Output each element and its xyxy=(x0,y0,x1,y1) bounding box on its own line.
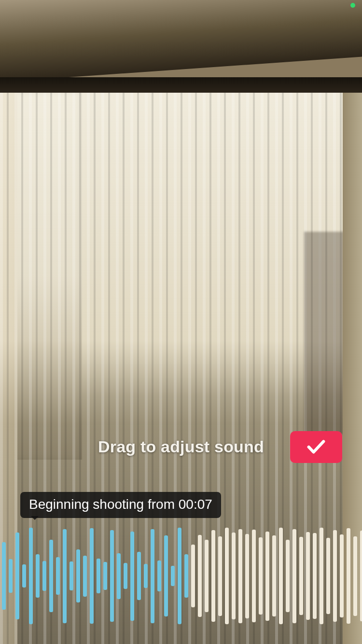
waveform-bar-active xyxy=(110,530,114,622)
recording-indicator-dot xyxy=(350,3,355,8)
waveform-bar-inactive xyxy=(299,537,303,615)
waveform-bar-inactive xyxy=(218,536,222,616)
waveform-bar-inactive xyxy=(360,531,362,621)
waveform-bar-inactive xyxy=(340,534,344,617)
waveform-bar-active xyxy=(83,556,87,597)
waveform-bar-inactive xyxy=(279,528,283,624)
waveform-bar-active xyxy=(130,532,134,621)
waveform-bar-active xyxy=(97,559,100,593)
waveform-bar-active xyxy=(56,557,60,595)
waveform-bar-active xyxy=(137,552,141,600)
waveform-bar-active xyxy=(36,554,40,598)
waveform-bar-active xyxy=(90,528,94,624)
waveform-bar-inactive xyxy=(333,530,337,622)
waveform-bar-inactive xyxy=(232,532,236,619)
waveform-bar-active xyxy=(76,549,80,602)
waveform-bar-inactive xyxy=(272,535,276,616)
waveform-bar-active xyxy=(103,562,107,590)
waveform-bar-active xyxy=(9,559,13,593)
start-time-tooltip: Beginning shooting from 00:07 xyxy=(20,492,221,518)
waveform-bar-inactive xyxy=(205,540,209,612)
waveform-bar-inactive xyxy=(265,532,269,621)
waveform-bar-active xyxy=(63,529,67,623)
waveform-bar-active xyxy=(2,542,6,610)
waveform-bar-active xyxy=(42,561,46,591)
waveform-bar-active xyxy=(49,540,53,612)
waveform-bar-inactive xyxy=(306,532,310,620)
waveform-bar-inactive xyxy=(320,528,323,624)
waveform-bar-active xyxy=(144,564,148,588)
waveform-bar-active xyxy=(157,560,161,591)
waveform-bar-active xyxy=(117,553,121,599)
waveform-bar-inactive xyxy=(198,535,202,617)
waveform-bar-active xyxy=(151,529,154,623)
check-icon xyxy=(305,435,327,459)
waveform-bar-inactive xyxy=(313,533,317,619)
waveform-bar-active xyxy=(164,535,168,616)
waveform-bar-active xyxy=(171,566,175,586)
waveform-bar-inactive xyxy=(225,528,229,624)
waveform-bar-inactive xyxy=(211,530,215,622)
confirm-button[interactable] xyxy=(290,431,342,463)
waveform-bar-inactive xyxy=(259,537,263,615)
waveform-bar-inactive xyxy=(326,538,330,614)
waveform-bar-inactive xyxy=(238,529,242,623)
waveform-bar-inactive xyxy=(252,530,256,622)
waveform-bar-active xyxy=(178,528,181,624)
waveform-bar-inactive xyxy=(347,528,350,624)
camera-preview: Drag to adjust sound Beginning shooting … xyxy=(0,0,362,644)
waveform-bar-active xyxy=(15,532,19,619)
waveform-bar-active xyxy=(124,563,127,589)
waveform-bar-active xyxy=(70,561,73,590)
waveform-bar-active xyxy=(184,554,188,598)
waveform-bar-inactive xyxy=(191,545,195,607)
waveform-bar-inactive xyxy=(286,540,290,612)
waveform-bar-inactive xyxy=(353,536,357,616)
waveform-bar-active xyxy=(29,528,33,624)
waveform-bar-inactive xyxy=(292,529,296,623)
sound-waveform[interactable] xyxy=(0,525,362,627)
waveform-bar-inactive xyxy=(245,534,249,618)
waveform-bar-active xyxy=(22,564,26,588)
